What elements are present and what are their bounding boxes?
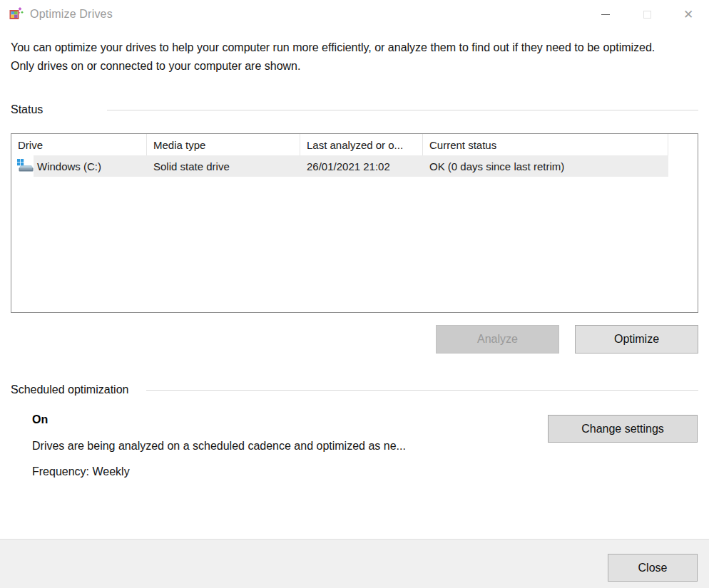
close-button[interactable]: Close (608, 554, 698, 582)
cell-media-type: Solid state drive (147, 160, 300, 172)
intro-text: You can optimize your drives to help you… (11, 38, 656, 75)
scheduled-section-divider (146, 390, 698, 391)
schedule-frequency: Frequency: Weekly (32, 465, 698, 478)
column-header-media-type[interactable]: Media type (147, 134, 300, 155)
status-section-title: Status (11, 103, 98, 116)
scheduled-section-header: Scheduled optimization (11, 383, 698, 396)
scheduled-section-body: On Drives are being analyzed on a schedu… (11, 413, 698, 506)
change-settings-button[interactable]: Change settings (548, 415, 698, 443)
analyze-button[interactable]: Analyze (436, 325, 559, 354)
dialog-footer: Close (0, 539, 709, 588)
system-drive-icon (16, 158, 34, 174)
cell-last-analyzed: 26/01/2021 21:02 (300, 160, 423, 172)
scheduled-section-title: Scheduled optimization (11, 383, 128, 396)
maximize-icon (643, 11, 651, 19)
drive-list[interactable]: Drive Media type Last analyzed or o... C… (11, 133, 698, 313)
close-icon: ✕ (683, 9, 693, 21)
window-title: Optimize Drives (30, 8, 113, 21)
table-row[interactable]: Windows (C:) Solid state drive 26/01/202… (11, 155, 698, 177)
column-header-last-analyzed[interactable]: Last analyzed or o... (300, 134, 423, 155)
drive-actions: Analyze Optimize (11, 325, 698, 354)
status-section-divider (107, 110, 698, 110)
column-header-current-status[interactable]: Current status (423, 134, 668, 155)
status-section-header: Status (11, 103, 698, 116)
minimize-icon (601, 14, 610, 15)
titlebar: Optimize Drives ✕ (0, 0, 709, 29)
column-header-filler (668, 134, 698, 155)
window-controls: ✕ (585, 0, 709, 29)
cell-current-status: OK (0 days since last retrim) (423, 160, 668, 172)
minimize-button[interactable] (585, 0, 626, 29)
dialog-body: You can optimize your drives to help you… (0, 38, 709, 506)
cell-drive-name: Windows (C:) (37, 160, 101, 172)
drive-list-header: Drive Media type Last analyzed or o... C… (11, 134, 698, 155)
maximize-button[interactable] (626, 0, 668, 29)
close-window-button[interactable]: ✕ (668, 0, 709, 29)
defrag-app-icon (9, 6, 24, 22)
optimize-button[interactable]: Optimize (575, 325, 698, 354)
column-header-drive[interactable]: Drive (11, 134, 147, 155)
